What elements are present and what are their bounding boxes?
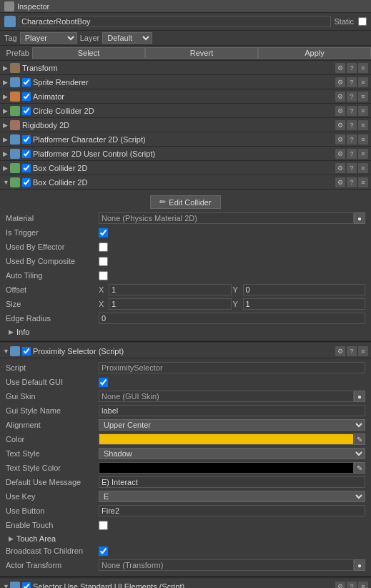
- circlecollider-checkbox[interactable]: [22, 107, 31, 115]
- broadcast-to-children-row: Broadcast To Children: [6, 544, 365, 557]
- color-label: Color: [6, 435, 99, 444]
- text-style-color-edit-button[interactable]: ✎: [354, 462, 365, 474]
- revert-button[interactable]: Revert: [145, 47, 258, 59]
- offset-x-label: X: [99, 285, 107, 294]
- transform-icon-btn2[interactable]: ?: [347, 63, 357, 73]
- animator-icon-btn3[interactable]: ≡: [358, 92, 368, 102]
- offset-y-input[interactable]: [243, 284, 366, 295]
- platformerctrl-icon-btn3[interactable]: ≡: [358, 149, 368, 159]
- animator-checkbox[interactable]: [22, 92, 31, 101]
- platformerchar-checkbox[interactable]: [22, 135, 31, 144]
- use-button-input[interactable]: [99, 505, 365, 516]
- selector-std-icon-btn2[interactable]: ?: [347, 582, 357, 589]
- transform-icon-btn3[interactable]: ≡: [358, 63, 368, 73]
- rigidbody-icon-btn1[interactable]: ⚙: [335, 120, 345, 130]
- platformerctrl-checkbox[interactable]: [22, 150, 31, 158]
- edge-radius-input[interactable]: [99, 313, 365, 324]
- platformerchar-icon-btn1[interactable]: ⚙: [335, 134, 345, 144]
- proximity-component-row[interactable]: ▼ Proximity Selector (Script) ⚙ ? ≡: [0, 344, 371, 358]
- use-default-gui-label: Use Default GUI: [6, 378, 99, 386]
- offset-x-input[interactable]: [109, 284, 232, 295]
- gui-style-name-input[interactable]: [99, 405, 365, 416]
- static-checkbox[interactable]: [358, 17, 367, 26]
- boxcollider1-icon-btn1[interactable]: ⚙: [335, 163, 345, 173]
- default-use-msg-input[interactable]: [99, 476, 365, 488]
- prefab-label: Prefab: [0, 49, 32, 57]
- boxcollider2-icon-btn1[interactable]: ⚙: [335, 177, 345, 187]
- boxcollider1-icon-btn2[interactable]: ?: [347, 163, 357, 173]
- spriterenderer-component-row[interactable]: ▶ Sprite Renderer ⚙ ? ≡: [0, 75, 371, 89]
- edit-collider-button[interactable]: ✏ Edit Collider: [150, 195, 220, 209]
- platformerctrl-icon-btn2[interactable]: ?: [347, 149, 357, 159]
- color-swatch[interactable]: [99, 433, 354, 445]
- apply-button[interactable]: Apply: [258, 47, 371, 59]
- selector-std-icon-btn3[interactable]: ≡: [358, 582, 368, 589]
- platformerctrl-icon-btn1[interactable]: ⚙: [335, 149, 345, 159]
- boxcollider2-icon-btn2[interactable]: ?: [347, 177, 357, 187]
- selector-std-checkbox[interactable]: [22, 582, 31, 589]
- used-by-composite-checkbox[interactable]: [99, 257, 108, 266]
- size-y-input[interactable]: [243, 298, 366, 310]
- circlecollider-icon-btn3[interactable]: ≡: [358, 106, 368, 116]
- enable-touch-checkbox[interactable]: [99, 521, 108, 530]
- platformerchar-icon-btn2[interactable]: ?: [347, 134, 357, 144]
- text-style-select[interactable]: Shadow: [99, 448, 365, 459]
- boxcollider2-component-row[interactable]: ▼ Box Collider 2D ⚙ ? ≡: [0, 175, 371, 190]
- boxcollider1-checkbox[interactable]: [22, 164, 31, 172]
- animator-icon-btn2[interactable]: ?: [347, 92, 357, 102]
- layer-select[interactable]: Default: [102, 32, 152, 44]
- proximity-icon-btn3[interactable]: ≡: [358, 346, 368, 356]
- object-name-input[interactable]: [19, 16, 331, 27]
- use-default-gui-checkbox[interactable]: [99, 378, 108, 387]
- boxcollider1-component-row[interactable]: ▶ Box Collider 2D ⚙ ? ≡: [0, 161, 371, 175]
- boxcollider2-checkbox[interactable]: [22, 178, 31, 187]
- auto-tiling-checkbox[interactable]: [99, 271, 108, 280]
- text-style-color-swatch[interactable]: [99, 462, 354, 474]
- circlecollider-component-row[interactable]: ▶ Circle Collider 2D ⚙ ? ≡: [0, 104, 371, 118]
- broadcast-to-children-label: Broadcast To Children: [6, 547, 99, 555]
- size-x-input[interactable]: [109, 298, 232, 310]
- rigidbody-icon-btn2[interactable]: ?: [347, 120, 357, 130]
- proximity-checkbox[interactable]: [22, 347, 31, 356]
- size-row: Size X Y: [6, 298, 365, 310]
- animator-icon-btn1[interactable]: ⚙: [335, 92, 345, 102]
- touch-area-row[interactable]: ▶ Touch Area: [6, 533, 365, 544]
- select-button[interactable]: Select: [32, 47, 145, 59]
- proximity-icon-btn1[interactable]: ⚙: [335, 346, 345, 356]
- platformerctrl-component-row[interactable]: ▶ Platformer 2D User Control (Script) ⚙ …: [0, 147, 371, 161]
- transform-arrow: ▶: [3, 64, 10, 72]
- spriterenderer-icon-btn3[interactable]: ≡: [358, 77, 368, 87]
- material-dot-button[interactable]: ●: [354, 212, 365, 224]
- rigidbody-component-row[interactable]: ▶ Rigidbody 2D ⚙ ? ≡: [0, 118, 371, 132]
- spriterenderer-icon-btn2[interactable]: ?: [347, 77, 357, 87]
- is-trigger-checkbox[interactable]: [99, 228, 108, 237]
- spriterenderer-name: Sprite Renderer: [33, 78, 335, 87]
- boxcollider2-icon-btn3[interactable]: ≡: [358, 177, 368, 187]
- platformerchar-component-row[interactable]: ▶ Platformer Character 2D (Script) ⚙ ? ≡: [0, 132, 371, 147]
- actor-transform-dot-button[interactable]: ●: [354, 559, 365, 571]
- boxcollider1-icon-btn3[interactable]: ≡: [358, 163, 368, 173]
- gui-skin-dot-button[interactable]: ●: [354, 391, 365, 402]
- broadcast-to-children-checkbox[interactable]: [99, 547, 108, 556]
- tag-select[interactable]: Player: [20, 32, 77, 44]
- rigidbody-icons: ⚙ ? ≡: [335, 120, 368, 130]
- animator-component-row[interactable]: ▶ Animator ⚙ ? ≡: [0, 89, 371, 104]
- platformerctrl-arrow: ▶: [3, 150, 10, 157]
- color-edit-button[interactable]: ✎: [354, 433, 365, 445]
- platformerchar-icon-btn3[interactable]: ≡: [358, 134, 368, 144]
- proximity-icon-btn2[interactable]: ?: [347, 346, 357, 356]
- circlecollider-icon-btn2[interactable]: ?: [347, 106, 357, 116]
- transform-icon-btn1[interactable]: ⚙: [335, 63, 345, 73]
- spriterenderer-icon-btn1[interactable]: ⚙: [335, 77, 345, 87]
- use-key-select[interactable]: E: [99, 491, 365, 502]
- alignment-select[interactable]: Upper Center: [99, 419, 365, 431]
- circlecollider-icon-btn1[interactable]: ⚙: [335, 106, 345, 116]
- used-by-effector-checkbox[interactable]: [99, 242, 108, 252]
- spriterenderer-checkbox[interactable]: [22, 78, 31, 87]
- rigidbody-icon-btn3[interactable]: ≡: [358, 120, 368, 130]
- title-label: Inspector: [17, 2, 49, 11]
- transform-component-row[interactable]: ▶ Transform ⚙ ? ≡: [0, 61, 371, 75]
- info-row[interactable]: ▶ Info: [6, 326, 365, 338]
- selector-std-component-row[interactable]: ▼ Selector Use Standard UI Elements (Scr…: [0, 579, 371, 588]
- selector-std-icon-btn1[interactable]: ⚙: [335, 582, 345, 589]
